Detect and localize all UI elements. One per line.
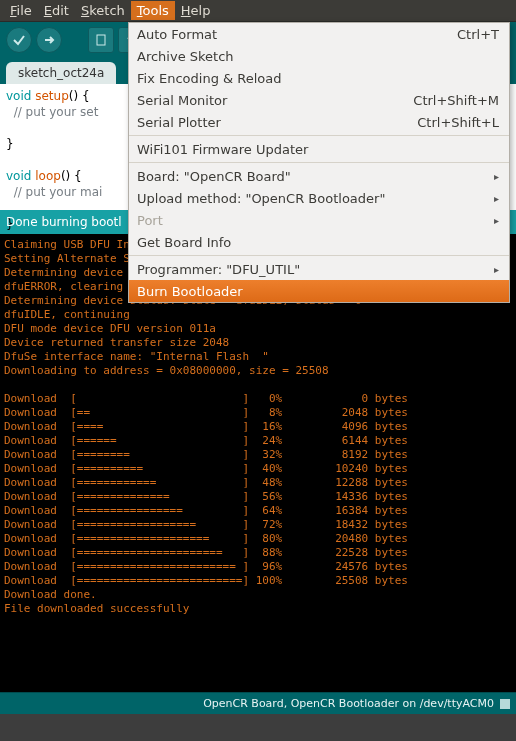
- footer: OpenCR Board, OpenCR Bootloader on /dev/…: [0, 692, 516, 714]
- menu-archive-sketch[interactable]: Archive Sketch: [129, 45, 509, 67]
- menubar: File Edit Sketch Tools Help: [0, 0, 516, 22]
- comment: // put your set: [6, 105, 98, 119]
- menu-board[interactable]: Board: "OpenCR Board"▸: [129, 165, 509, 187]
- menu-get-board-info[interactable]: Get Board Info: [129, 231, 509, 253]
- submenu-arrow-icon: ▸: [494, 215, 499, 226]
- upload-button[interactable]: [36, 27, 62, 53]
- submenu-arrow-icon: ▸: [494, 264, 499, 275]
- line-ending-icon: [500, 699, 510, 709]
- separator: [129, 162, 509, 163]
- menu-tools[interactable]: Tools: [131, 1, 175, 20]
- menu-edit[interactable]: Edit: [38, 1, 75, 20]
- submenu-arrow-icon: ▸: [494, 171, 499, 182]
- menu-port: Port▸: [129, 209, 509, 231]
- menu-auto-format[interactable]: Auto FormatCtrl+T: [129, 23, 509, 45]
- submenu-arrow-icon: ▸: [494, 193, 499, 204]
- verify-button[interactable]: [6, 27, 32, 53]
- new-button[interactable]: [88, 27, 114, 53]
- menu-help[interactable]: Help: [175, 1, 217, 20]
- separator: [129, 135, 509, 136]
- separator: [129, 255, 509, 256]
- menu-wifi-updater[interactable]: WiFi101 Firmware Updater: [129, 138, 509, 160]
- sketch-tab[interactable]: sketch_oct24a: [6, 62, 116, 84]
- menu-serial-monitor[interactable]: Serial MonitorCtrl+Shift+M: [129, 89, 509, 111]
- menu-fix-encoding[interactable]: Fix Encoding & Reload: [129, 67, 509, 89]
- menu-file[interactable]: File: [4, 1, 38, 20]
- menu-sketch[interactable]: Sketch: [75, 1, 131, 20]
- svg-rect-0: [97, 35, 105, 45]
- menu-serial-plotter[interactable]: Serial PlotterCtrl+Shift+L: [129, 111, 509, 133]
- menu-burn-bootloader[interactable]: Burn Bootloader: [129, 280, 509, 302]
- comment: // put your mai: [6, 185, 102, 199]
- menu-upload-method[interactable]: Upload method: "OpenCR Bootloader"▸: [129, 187, 509, 209]
- menu-programmer[interactable]: Programmer: "DFU_UTIL"▸: [129, 258, 509, 280]
- tools-dropdown: Auto FormatCtrl+T Archive Sketch Fix Enc…: [128, 22, 510, 303]
- board-info-text: OpenCR Board, OpenCR Bootloader on /dev/…: [203, 697, 494, 710]
